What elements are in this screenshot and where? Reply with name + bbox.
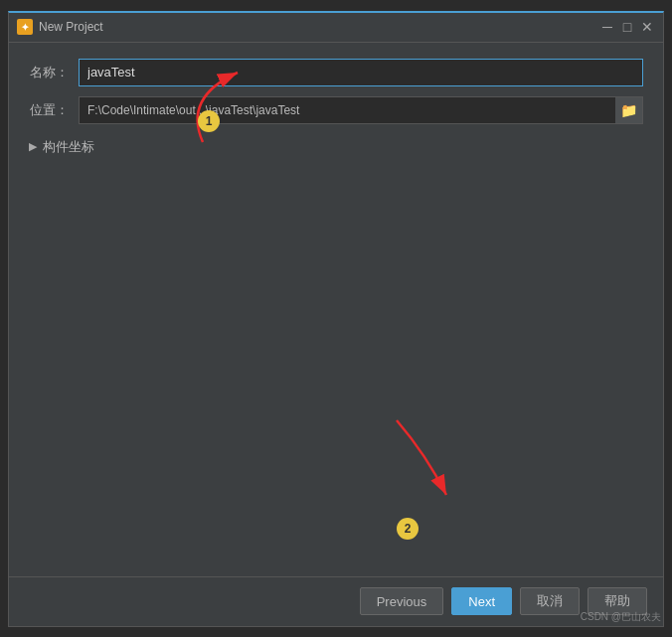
artifact-section[interactable]: ▶ 构件坐标 — [29, 134, 643, 160]
window-controls: ─ □ ✕ — [599, 19, 655, 35]
annotation-1: 1 — [198, 110, 220, 132]
previous-button[interactable]: Previous — [360, 587, 444, 615]
browse-button[interactable]: 📁 — [615, 96, 643, 124]
title-bar: ✦ New Project ─ □ ✕ — [9, 13, 663, 43]
name-label: 名称： — [29, 64, 69, 81]
next-button[interactable]: Next — [451, 587, 512, 615]
artifact-label: 构件坐标 — [43, 138, 94, 156]
location-label: 位置： — [29, 101, 69, 119]
app-icon: ✦ — [17, 19, 33, 35]
watermark: CSDN @巴山农夫 — [581, 610, 661, 624]
close-button[interactable]: ✕ — [639, 19, 655, 35]
name-row: 名称： — [29, 59, 643, 86]
arrow-2-svg — [297, 400, 496, 520]
location-row: 位置： 📁 — [29, 96, 643, 124]
minimize-button[interactable]: ─ — [599, 19, 615, 35]
dialog-title: New Project — [39, 20, 599, 34]
maximize-button[interactable]: □ — [619, 19, 635, 35]
new-project-dialog: ✦ New Project ─ □ ✕ 名称： 位置： 📁 ▶ — [8, 11, 664, 627]
dialog-footer: Previous Next 取消 帮助 — [9, 576, 663, 626]
annotation-2: 2 — [397, 518, 419, 540]
expand-arrow-icon: ▶ — [29, 140, 37, 153]
dialog-content: 名称： 位置： 📁 ▶ 构件坐标 1 2 — [9, 43, 663, 576]
location-input[interactable] — [79, 96, 643, 124]
name-input[interactable] — [79, 59, 643, 86]
location-input-wrapper: 📁 — [79, 96, 643, 124]
cancel-button[interactable]: 取消 — [520, 587, 580, 615]
folder-icon: 📁 — [620, 102, 637, 118]
